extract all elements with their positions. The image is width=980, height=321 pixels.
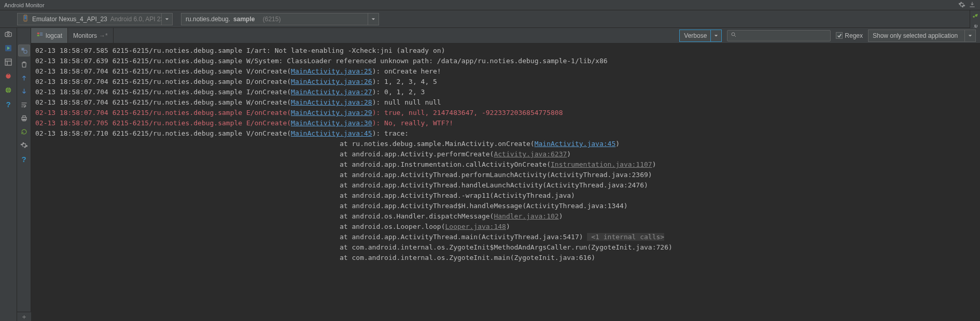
log-level-value: Verbose xyxy=(684,32,707,39)
search-input[interactable] xyxy=(740,32,827,39)
log-text: ): No, really, WTF?! xyxy=(372,119,454,127)
svg-rect-12 xyxy=(8,74,9,75)
source-link[interactable]: Instrumentation.java:1107 xyxy=(551,160,652,168)
log-line: at android.os.Looper.loop(Looper.java:14… xyxy=(35,222,980,232)
log-text: 02-13 18:58:07.639 6215-6215/ru.noties.d… xyxy=(35,57,608,65)
svg-point-15 xyxy=(23,50,26,53)
log-line: 02-13 18:58:07.639 6215-6215/ru.noties.d… xyxy=(35,56,980,66)
left-icon-gutter: ? xyxy=(0,28,17,321)
device-detail: Android 6.0, API 23 xyxy=(110,16,161,23)
source-link[interactable]: MainActivity.java:30 xyxy=(291,119,372,127)
regex-label: Regex xyxy=(845,32,863,39)
regex-checkbox[interactable]: Regex xyxy=(836,32,863,39)
log-level-combo[interactable]: Verbose xyxy=(679,30,722,42)
chevron-down-icon[interactable] xyxy=(368,13,379,25)
svg-point-2 xyxy=(976,14,977,15)
log-text: at com.android.internal.os.ZygoteInit.ma… xyxy=(35,254,595,261)
log-text: at android.os.Looper.loop( xyxy=(35,223,445,230)
gear-icon[interactable] xyxy=(20,141,28,151)
search-box[interactable] xyxy=(727,30,831,41)
titlebar: Android Monitor xyxy=(0,0,980,10)
log-text: at android.app.Activity.performCreate( xyxy=(35,150,494,158)
add-tab-button[interactable]: ＋ xyxy=(17,312,31,321)
source-link[interactable]: MainActivity.java:45 xyxy=(291,129,372,137)
arrow-up-icon[interactable] xyxy=(20,74,28,83)
body: ? ? ＋ logcat Monitors xyxy=(0,28,980,321)
source-link[interactable]: MainActivity.java:28 xyxy=(291,98,372,106)
svg-rect-23 xyxy=(40,35,43,36)
search-icon xyxy=(731,32,737,39)
source-link[interactable]: MainActivity.java:27 xyxy=(291,88,372,96)
svg-point-0 xyxy=(973,16,975,18)
play-icon[interactable] xyxy=(4,44,12,54)
log-text: ) xyxy=(615,140,620,148)
shape-icon[interactable] xyxy=(18,45,30,56)
arrow-down-icon[interactable] xyxy=(20,87,28,97)
tab-logcat-label: logcat xyxy=(46,32,62,39)
stop-icon[interactable] xyxy=(4,72,12,82)
process-bold: sample xyxy=(233,16,255,23)
chevron-down-icon[interactable] xyxy=(161,13,173,25)
log-line: 02-13 18:58:07.705 6215-6215/ru.noties.d… xyxy=(35,118,980,128)
content: logcat Monitors →* Verbose xyxy=(31,28,980,321)
source-link[interactable]: <1 internal calls> xyxy=(587,233,664,241)
log-line: 02-13 18:58:07.704 6215-6215/ru.noties.d… xyxy=(35,66,980,77)
log-text: 02-13 18:58:07.704 6215-6215/ru.noties.d… xyxy=(35,78,291,85)
log-line: at android.app.Instrumentation.callActiv… xyxy=(35,159,980,170)
tabbar: logcat Monitors →* Verbose xyxy=(31,28,980,43)
svg-rect-6 xyxy=(5,33,11,37)
source-link[interactable]: MainActivity.java:29 xyxy=(291,109,372,116)
tab-monitors[interactable]: Monitors →* xyxy=(68,28,114,43)
wrap-icon[interactable] xyxy=(20,101,28,110)
svg-rect-14 xyxy=(21,48,24,51)
log-text: ): true, null, 2147483647, -922337203685… xyxy=(372,109,563,116)
selector-row: Emulator Nexus_4_API_23 Android 6.0, API… xyxy=(0,10,980,28)
log-text: ) xyxy=(567,150,571,158)
log-text: ) xyxy=(559,212,563,220)
log-line: at android.app.ActivityThread.-wrap11(Ac… xyxy=(35,191,980,201)
log-line: at ru.noties.debug.sample.MainActivity.o… xyxy=(35,139,980,149)
print-icon[interactable] xyxy=(20,114,28,124)
process-combo[interactable]: ru.noties.debug.sample (6215) xyxy=(181,13,379,25)
chevron-down-icon[interactable] xyxy=(964,30,976,42)
log-output[interactable]: 02-13 18:58:07.585 6215-6215/ru.noties.d… xyxy=(31,43,980,321)
logcat-icon xyxy=(36,31,44,40)
download-icon[interactable] xyxy=(969,1,976,9)
log-text: ) xyxy=(506,223,510,230)
filter-combo[interactable]: Show only selected application xyxy=(868,30,976,42)
source-link[interactable]: MainActivity.java:25 xyxy=(291,67,372,75)
gradle-icon[interactable] xyxy=(972,12,979,21)
layout-icon[interactable] xyxy=(4,58,12,68)
log-text: at android.os.Handler.dispatchMessage( xyxy=(35,212,494,220)
help-icon[interactable]: ? xyxy=(21,155,26,164)
device-combo[interactable]: Emulator Nexus_4_API_23 Android 6.0, API… xyxy=(17,13,173,25)
log-text: at android.app.ActivityThread.handleLaun… xyxy=(35,181,648,189)
svg-rect-4 xyxy=(24,16,26,19)
log-text: ): onCreate here! xyxy=(372,67,441,75)
camera-icon[interactable] xyxy=(4,30,12,40)
source-link[interactable]: MainActivity.java:45 xyxy=(535,140,616,148)
tab-logcat[interactable]: logcat xyxy=(31,28,68,43)
log-text: at android.app.ActivityThread$H.handleMe… xyxy=(35,202,628,210)
gear-icon[interactable] xyxy=(958,1,965,9)
log-text: at ru.noties.debug.sample.MainActivity.o… xyxy=(35,140,535,148)
svg-rect-22 xyxy=(40,34,43,34)
help-icon[interactable]: ? xyxy=(6,100,10,109)
main: ? ＋ logcat Monitors →* Verbose xyxy=(17,28,980,321)
chevron-down-icon[interactable] xyxy=(710,30,722,42)
svg-rect-20 xyxy=(37,35,39,36)
restart-icon[interactable] xyxy=(20,128,28,137)
svg-point-7 xyxy=(7,34,9,36)
source-link[interactable]: Handler.java:102 xyxy=(494,212,558,220)
source-link[interactable]: Looper.java:148 xyxy=(445,223,506,230)
source-link[interactable]: Activity.java:6237 xyxy=(494,150,567,158)
log-line: at com.android.internal.os.ZygoteInit.ma… xyxy=(35,253,980,263)
globe-icon[interactable] xyxy=(4,86,12,96)
trash-icon[interactable] xyxy=(20,61,28,70)
log-text: ) xyxy=(652,160,656,168)
log-line: at android.app.ActivityThread.performLau… xyxy=(35,170,980,180)
log-text: 02-13 18:58:07.705 6215-6215/ru.noties.d… xyxy=(35,119,291,127)
source-link[interactable]: MainActivity.java:26 xyxy=(291,78,372,85)
log-line: 02-13 18:58:07.704 6215-6215/ru.noties.d… xyxy=(35,108,980,118)
log-line: at android.app.Activity.performCreate(Ac… xyxy=(35,149,980,159)
